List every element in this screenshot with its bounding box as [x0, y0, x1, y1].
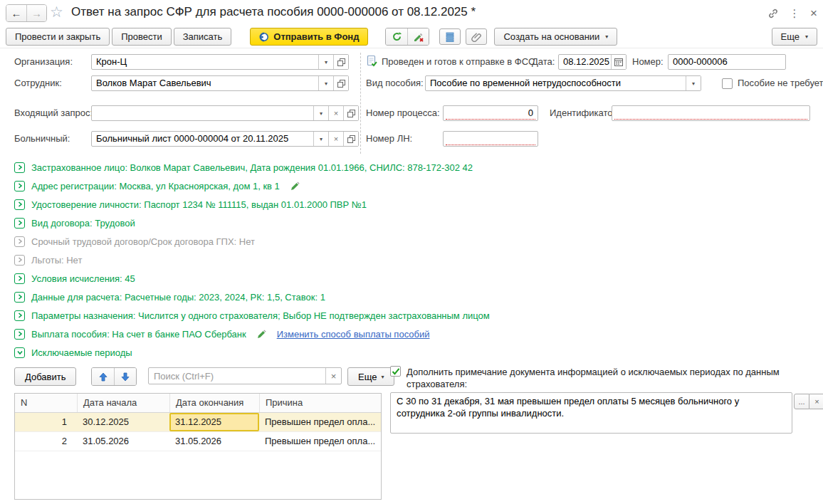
section-label[interactable]: Адрес регистрации: Москва, ул Красноярск…	[31, 181, 280, 191]
sick-leave-field[interactable]: Больничный лист 0000-000004 от 20.11.202…	[91, 131, 359, 147]
section-calculation-data[interactable]: Данные для расчета: Расчетные годы: 2023…	[0, 288, 823, 306]
section-label[interactable]: Условия исчисления: 45	[31, 273, 135, 284]
column-header-end[interactable]: Дата окончания	[169, 394, 259, 412]
process-number-field[interactable]: 0	[443, 105, 538, 121]
section-identity-document[interactable]: Удостоверение личности: Паспорт 1234 № 1…	[0, 195, 823, 214]
benefit-type-dropdown-icon[interactable]: ▾	[686, 76, 701, 90]
table-row[interactable]: 2 31.05.2026 31.05.2026 Превышен предел …	[15, 432, 381, 451]
employee-dropdown-icon[interactable]: ▾	[318, 76, 333, 90]
chevron-right-icon[interactable]	[14, 218, 25, 229]
employee-open-icon[interactable]	[333, 76, 348, 90]
column-header-reason[interactable]: Причина	[259, 394, 381, 412]
number-field[interactable]: 0000-000006	[668, 54, 786, 70]
search-clear-icon[interactable]: ×	[325, 368, 341, 384]
cell-end-date[interactable]: 31.05.2026	[169, 432, 259, 451]
sick-leave-clear-icon[interactable]: ×	[328, 132, 343, 146]
chevron-right-icon[interactable]	[14, 199, 25, 210]
search-input[interactable]	[149, 368, 325, 384]
chevron-right-icon[interactable]	[14, 162, 25, 173]
cell-reason[interactable]: Превышен предел опла...	[259, 432, 381, 451]
forward-button[interactable]: →	[26, 5, 46, 21]
cell-reason[interactable]: Превышен предел опла...	[259, 413, 381, 431]
kebab-menu-icon[interactable]: ⋮	[787, 6, 802, 21]
section-label[interactable]: Параметры назначения: Числится у одного …	[31, 310, 490, 321]
note-text-field[interactable]: С 30 по 31 декабря, 31 мая превышен пред…	[390, 392, 792, 434]
table-row[interactable]: 1 30.12.2025 31.12.2025 Превышен предел …	[15, 413, 381, 432]
chevron-down-icon[interactable]	[14, 347, 25, 358]
favorite-star-icon[interactable]: ☆	[50, 4, 63, 21]
section-label[interactable]: Льготы: Нет	[31, 255, 82, 266]
section-benefit-payment[interactable]: Выплата пособия: На счет в банке ПАО Сбе…	[0, 325, 823, 343]
section-label[interactable]: Застрахованное лицо: Волков Марат Савель…	[31, 162, 473, 173]
date-field[interactable]: 08.12.2025	[558, 54, 627, 70]
incoming-request-clear-icon[interactable]: ×	[328, 106, 343, 120]
section-benefits[interactable]: Льготы: Нет	[0, 251, 823, 269]
write-button[interactable]: Записать	[174, 28, 232, 46]
note-checkbox-checked[interactable]	[390, 366, 401, 377]
section-contract-type[interactable]: Вид договора: Трудовой	[0, 214, 823, 232]
section-registration-address[interactable]: Адрес регистрации: Москва, ул Красноярск…	[0, 177, 823, 195]
section-label[interactable]: Выплата пособия: На счет в банке ПАО Сбе…	[31, 329, 246, 340]
back-button[interactable]: ←	[6, 5, 26, 21]
report-icon[interactable]	[439, 28, 461, 45]
section-insured-person[interactable]: Застрахованное лицо: Волков Марат Савель…	[0, 158, 823, 177]
cell-start-date[interactable]: 30.12.2025	[77, 413, 169, 431]
note-expand-icon[interactable]: ...	[794, 394, 809, 409]
cell-row-number[interactable]: 1	[15, 413, 77, 431]
note-checkbox-label[interactable]: Дополнить примечание документа информаци…	[407, 366, 797, 390]
section-label[interactable]: Вид договора: Трудовой	[31, 218, 135, 229]
chevron-right-icon[interactable]	[14, 236, 25, 247]
benefit-not-required-checkbox[interactable]	[722, 78, 733, 89]
org-field[interactable]: Крон-Ц ▾	[91, 54, 349, 70]
benefit-type-field[interactable]: Пособие по временной нетрудоспособности …	[425, 75, 701, 91]
org-dropdown-icon[interactable]: ▾	[318, 55, 333, 69]
cell-end-date-active[interactable]: 31.12.2025	[169, 413, 259, 431]
cell-start-date[interactable]: 31.05.2026	[77, 432, 169, 451]
column-header-start[interactable]: Дата начала	[77, 394, 169, 412]
sick-leave-open-icon[interactable]	[343, 132, 358, 146]
move-down-icon[interactable]	[114, 368, 136, 385]
create-based-on-button[interactable]: Создать на основании ▾	[494, 28, 617, 46]
column-header-n[interactable]: N	[15, 394, 77, 412]
post-button[interactable]: Провести	[112, 28, 172, 46]
close-window-icon[interactable]: ×	[806, 6, 822, 21]
section-calculation-conditions[interactable]: Условия исчисления: 45	[0, 269, 823, 288]
section-fixed-term-contract[interactable]: Срочный трудовой договор/Срок договора Г…	[0, 232, 823, 251]
change-payment-method-link[interactable]: Изменить способ выплаты пособий	[277, 329, 430, 340]
more-button-top[interactable]: Еще ▾	[772, 28, 817, 46]
post-and-close-button[interactable]: Провести и закрыть	[6, 28, 110, 46]
ln-number-field[interactable]	[443, 131, 538, 147]
section-excluded-periods[interactable]: Исключаемые периоды	[0, 343, 823, 362]
cell-row-number[interactable]: 2	[15, 432, 77, 451]
calendar-icon[interactable]	[611, 55, 626, 69]
section-label[interactable]: Данные для расчета: Расчетные годы: 2023…	[31, 292, 325, 303]
section-label[interactable]: Исключаемые периоды	[31, 347, 132, 358]
sick-leave-dropdown-icon[interactable]: ▾	[313, 132, 328, 146]
section-assignment-params[interactable]: Параметры назначения: Числится у одного …	[0, 306, 823, 325]
chevron-right-icon[interactable]	[14, 329, 25, 340]
refresh-icon[interactable]	[386, 28, 407, 45]
cancel-posting-icon[interactable]	[407, 28, 429, 45]
chevron-right-icon[interactable]	[14, 310, 25, 321]
chevron-right-icon[interactable]	[14, 255, 25, 266]
note-clear-icon[interactable]: ×	[809, 394, 823, 409]
incoming-request-dropdown-icon[interactable]: ▾	[313, 106, 328, 120]
org-open-icon[interactable]	[333, 55, 348, 69]
employee-field[interactable]: Волков Марат Савельевич ▾	[91, 75, 349, 91]
chevron-right-icon[interactable]	[14, 292, 25, 303]
send-to-fund-button[interactable]: Отправить в Фонд	[250, 28, 368, 46]
add-row-button[interactable]: Добавить	[14, 367, 76, 386]
move-up-icon[interactable]	[92, 368, 114, 385]
edit-pencil-icon[interactable]	[290, 182, 300, 191]
section-label[interactable]: Удостоверение личности: Паспорт 1234 № 1…	[31, 199, 367, 210]
incoming-request-open-icon[interactable]	[343, 106, 358, 120]
incoming-request-field[interactable]: ▾ ×	[91, 105, 359, 121]
identifier-field[interactable]	[612, 105, 810, 121]
edit-pencil-icon[interactable]	[257, 330, 266, 339]
chevron-right-icon[interactable]	[14, 273, 25, 284]
section-label[interactable]: Срочный трудовой договор/Срок договора Г…	[31, 236, 255, 247]
more-button-periods[interactable]: Еще ▾	[347, 367, 394, 386]
paperclip-icon[interactable]	[466, 28, 487, 45]
get-link-icon[interactable]	[765, 6, 781, 21]
chevron-right-icon[interactable]	[14, 181, 25, 191]
